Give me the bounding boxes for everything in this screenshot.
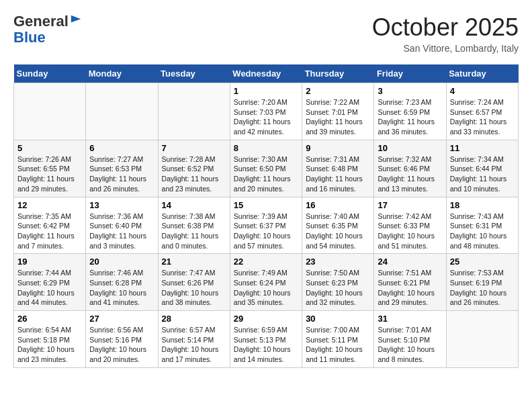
calendar-cell: 2Sunrise: 7:22 AM Sunset: 7:01 PM Daylig… <box>302 83 374 140</box>
day-info: Sunrise: 6:54 AM Sunset: 5:18 PM Dayligh… <box>17 325 82 365</box>
day-number: 8 <box>234 143 298 153</box>
day-info: Sunrise: 7:24 AM Sunset: 6:57 PM Dayligh… <box>450 97 515 137</box>
day-number: 22 <box>234 257 298 267</box>
calendar-cell: 14Sunrise: 7:38 AM Sunset: 6:38 PM Dayli… <box>158 197 230 254</box>
day-info: Sunrise: 7:35 AM Sunset: 6:42 PM Dayligh… <box>17 212 82 251</box>
column-header-friday: Friday <box>374 64 446 83</box>
calendar-cell: 1Sunrise: 7:20 AM Sunset: 7:03 PM Daylig… <box>230 83 302 140</box>
day-number: 23 <box>306 257 370 267</box>
location: San Vittore, Lombardy, Italy <box>372 43 519 54</box>
calendar-cell: 9Sunrise: 7:31 AM Sunset: 6:48 PM Daylig… <box>302 140 374 197</box>
column-header-saturday: Saturday <box>446 64 518 83</box>
day-info: Sunrise: 7:51 AM Sunset: 6:21 PM Dayligh… <box>378 268 442 308</box>
day-info: Sunrise: 7:50 AM Sunset: 6:23 PM Dayligh… <box>306 268 370 308</box>
calendar-cell: 18Sunrise: 7:43 AM Sunset: 6:31 PM Dayli… <box>446 197 518 254</box>
column-header-monday: Monday <box>86 64 158 83</box>
day-number: 29 <box>234 314 298 324</box>
day-info: Sunrise: 7:30 AM Sunset: 6:50 PM Dayligh… <box>234 154 298 194</box>
logo: General Blue <box>13 13 82 46</box>
day-info: Sunrise: 7:27 AM Sunset: 6:53 PM Dayligh… <box>89 154 154 194</box>
calendar-cell: 30Sunrise: 7:00 AM Sunset: 5:11 PM Dayli… <box>302 311 374 368</box>
day-info: Sunrise: 7:36 AM Sunset: 6:40 PM Dayligh… <box>89 212 154 251</box>
column-header-sunday: Sunday <box>14 64 86 83</box>
day-number: 17 <box>378 200 442 210</box>
day-number: 2 <box>306 86 370 96</box>
day-number: 13 <box>89 200 154 210</box>
title-block: October 2025 San Vittore, Lombardy, Ital… <box>372 13 519 54</box>
svg-marker-0 <box>71 15 81 23</box>
calendar-cell: 17Sunrise: 7:42 AM Sunset: 6:33 PM Dayli… <box>374 197 446 254</box>
day-info: Sunrise: 7:42 AM Sunset: 6:33 PM Dayligh… <box>378 212 442 251</box>
day-number: 24 <box>378 257 442 267</box>
day-number: 26 <box>17 314 82 324</box>
day-info: Sunrise: 7:38 AM Sunset: 6:38 PM Dayligh… <box>162 212 226 251</box>
calendar-cell: 10Sunrise: 7:32 AM Sunset: 6:46 PM Dayli… <box>374 140 446 197</box>
day-info: Sunrise: 7:01 AM Sunset: 5:10 PM Dayligh… <box>378 325 442 365</box>
calendar-cell: 13Sunrise: 7:36 AM Sunset: 6:40 PM Dayli… <box>86 197 158 254</box>
calendar-cell: 15Sunrise: 7:39 AM Sunset: 6:37 PM Dayli… <box>230 197 302 254</box>
day-info: Sunrise: 6:57 AM Sunset: 5:14 PM Dayligh… <box>162 325 226 365</box>
day-info: Sunrise: 7:44 AM Sunset: 6:29 PM Dayligh… <box>17 268 82 308</box>
day-info: Sunrise: 7:32 AM Sunset: 6:46 PM Dayligh… <box>378 154 442 194</box>
day-number: 31 <box>378 314 442 324</box>
day-number: 10 <box>378 143 442 153</box>
calendar-cell: 27Sunrise: 6:56 AM Sunset: 5:16 PM Dayli… <box>86 311 158 368</box>
calendar-cell: 4Sunrise: 7:24 AM Sunset: 6:57 PM Daylig… <box>446 83 518 140</box>
calendar-week-row: 5Sunrise: 7:26 AM Sunset: 6:55 PM Daylig… <box>14 140 519 197</box>
day-number: 15 <box>234 200 298 210</box>
day-number: 3 <box>378 86 442 96</box>
calendar-cell: 26Sunrise: 6:54 AM Sunset: 5:18 PM Dayli… <box>14 311 86 368</box>
day-number: 25 <box>450 257 515 267</box>
column-header-wednesday: Wednesday <box>230 64 302 83</box>
calendar-cell: 3Sunrise: 7:23 AM Sunset: 6:59 PM Daylig… <box>374 83 446 140</box>
calendar-cell: 28Sunrise: 6:57 AM Sunset: 5:14 PM Dayli… <box>158 311 230 368</box>
day-number: 20 <box>89 257 154 267</box>
calendar-cell: 25Sunrise: 7:53 AM Sunset: 6:19 PM Dayli… <box>446 254 518 311</box>
day-info: Sunrise: 7:47 AM Sunset: 6:26 PM Dayligh… <box>162 268 226 308</box>
calendar-table: SundayMondayTuesdayWednesdayThursdayFrid… <box>13 64 519 368</box>
calendar-week-row: 19Sunrise: 7:44 AM Sunset: 6:29 PM Dayli… <box>14 254 519 311</box>
calendar-cell <box>86 83 158 140</box>
day-number: 11 <box>450 143 515 153</box>
day-number: 9 <box>306 143 370 153</box>
calendar-week-row: 26Sunrise: 6:54 AM Sunset: 5:18 PM Dayli… <box>14 311 519 368</box>
day-info: Sunrise: 7:49 AM Sunset: 6:24 PM Dayligh… <box>234 268 298 308</box>
day-number: 16 <box>306 200 370 210</box>
day-info: Sunrise: 7:23 AM Sunset: 6:59 PM Dayligh… <box>378 97 442 137</box>
day-number: 4 <box>450 86 515 96</box>
logo-general: General <box>13 13 69 30</box>
calendar-cell: 31Sunrise: 7:01 AM Sunset: 5:10 PM Dayli… <box>374 311 446 368</box>
calendar-header-row: SundayMondayTuesdayWednesdayThursdayFrid… <box>14 64 519 83</box>
day-info: Sunrise: 7:43 AM Sunset: 6:31 PM Dayligh… <box>450 212 515 251</box>
calendar-cell: 6Sunrise: 7:27 AM Sunset: 6:53 PM Daylig… <box>86 140 158 197</box>
day-number: 14 <box>162 200 226 210</box>
day-info: Sunrise: 7:26 AM Sunset: 6:55 PM Dayligh… <box>17 154 82 194</box>
day-info: Sunrise: 6:56 AM Sunset: 5:16 PM Dayligh… <box>89 325 154 365</box>
calendar-cell: 11Sunrise: 7:34 AM Sunset: 6:44 PM Dayli… <box>446 140 518 197</box>
calendar-cell: 24Sunrise: 7:51 AM Sunset: 6:21 PM Dayli… <box>374 254 446 311</box>
calendar-cell <box>446 311 518 368</box>
day-number: 19 <box>17 257 82 267</box>
calendar-cell: 19Sunrise: 7:44 AM Sunset: 6:29 PM Dayli… <box>14 254 86 311</box>
day-info: Sunrise: 7:22 AM Sunset: 7:01 PM Dayligh… <box>306 97 370 137</box>
calendar-cell <box>158 83 230 140</box>
calendar-cell: 8Sunrise: 7:30 AM Sunset: 6:50 PM Daylig… <box>230 140 302 197</box>
day-number: 12 <box>17 200 82 210</box>
day-number: 30 <box>306 314 370 324</box>
day-info: Sunrise: 6:59 AM Sunset: 5:13 PM Dayligh… <box>234 325 298 365</box>
day-number: 5 <box>17 143 82 153</box>
day-info: Sunrise: 7:31 AM Sunset: 6:48 PM Dayligh… <box>306 154 370 194</box>
calendar-week-row: 12Sunrise: 7:35 AM Sunset: 6:42 PM Dayli… <box>14 197 519 254</box>
day-info: Sunrise: 7:53 AM Sunset: 6:19 PM Dayligh… <box>450 268 515 308</box>
calendar-cell: 22Sunrise: 7:49 AM Sunset: 6:24 PM Dayli… <box>230 254 302 311</box>
header: General Blue October 2025 San Vittore, L… <box>13 13 519 54</box>
day-number: 21 <box>162 257 226 267</box>
day-info: Sunrise: 7:00 AM Sunset: 5:11 PM Dayligh… <box>306 325 370 365</box>
column-header-tuesday: Tuesday <box>158 64 230 83</box>
calendar-cell: 21Sunrise: 7:47 AM Sunset: 6:26 PM Dayli… <box>158 254 230 311</box>
logo-flag-icon <box>70 14 82 26</box>
calendar-cell: 29Sunrise: 6:59 AM Sunset: 5:13 PM Dayli… <box>230 311 302 368</box>
calendar-cell <box>14 83 86 140</box>
month-title: October 2025 <box>372 13 519 42</box>
calendar-cell: 5Sunrise: 7:26 AM Sunset: 6:55 PM Daylig… <box>14 140 86 197</box>
